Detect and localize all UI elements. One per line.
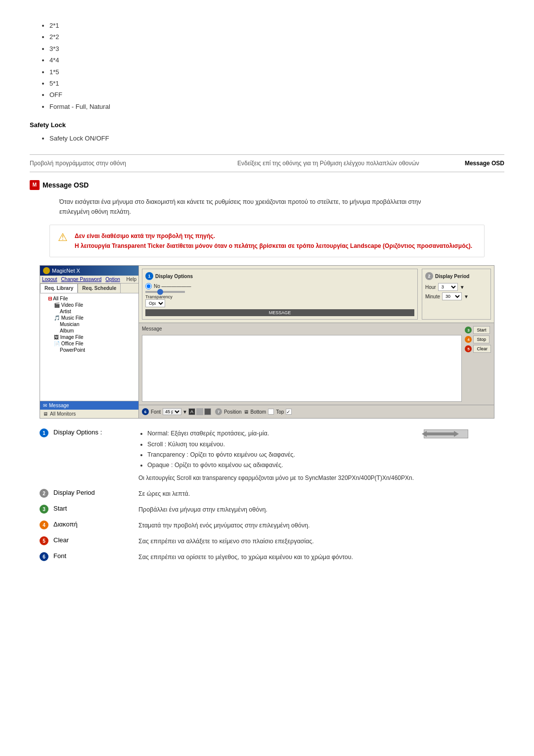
scroll-arrow-left (422, 431, 427, 437)
sc-message-label: Message (142, 326, 462, 331)
desc-label-text-1: Display Options : (53, 428, 102, 436)
list-item: 1*5 (49, 66, 504, 78)
sc-stop-button[interactable]: Stop (473, 335, 490, 343)
sc-transparency-slider[interactable] (145, 291, 185, 293)
sc-normal-label: No —————— (154, 284, 191, 289)
sc-top-label: Top (276, 409, 284, 415)
sc-font-section: 6 Font 45 pt ▼ A (142, 408, 211, 415)
desc-label-text-5: Clear (53, 536, 69, 544)
desc-label-text-2: Display Period (53, 489, 95, 496)
sc-circle-6: 6 (142, 408, 149, 415)
sc-display-options-tab: 1 Display Options (145, 272, 414, 280)
main-bullet-list: 2*1 2*2 3*3 4*4 1*5 5*1 OFF Format - Ful… (49, 20, 504, 112)
sc-opaque-select[interactable]: Opaque (145, 299, 165, 307)
sc-message-icon: ✉ (43, 403, 47, 408)
sc-circle-7: 7 (215, 408, 222, 415)
sc-clear-button[interactable]: Clear (473, 345, 491, 353)
sc-hour-label: Hour (425, 284, 436, 290)
msg-osd-title: Message OSD (43, 181, 89, 189)
sc-allmonitors-label: All Monitors (50, 411, 76, 417)
desc-content-1: Normal: Εξάγει σταθερές προτάσεις, μία-μ… (138, 428, 494, 483)
desc-content-6: Σας επιτρέπει να ορίσετε το μέγεθος, το … (138, 552, 494, 562)
sc-tree-artist[interactable]: Artist (42, 308, 136, 315)
sc-font-controls: 45 pt ▼ A (163, 408, 211, 415)
desc-circle-1: 1 (40, 428, 48, 437)
sc-hour-select[interactable]: 3 (438, 283, 458, 291)
sc-logout-btn[interactable]: Logout (42, 277, 57, 282)
scroll-illustration (424, 429, 468, 438)
desc-item-5: 5 Clear Σας επιτρέπει να αλλάξετε το κεί… (40, 536, 494, 546)
sc-tree-musicfile[interactable]: 🎵 Music File (42, 315, 136, 321)
safety-lock-heading: Safety Lock (30, 121, 504, 129)
sc-tree-video-icon: 🎬 (54, 302, 60, 308)
screenshot-area: MagicNet X Logout Change Password Option… (40, 265, 494, 419)
sc-right-panel: 1 Display Options No —————— Transparency… (139, 266, 494, 418)
sc-circle-3: 3 (465, 327, 472, 333)
sc-font-style-btn[interactable] (204, 408, 211, 415)
nav-col-middle: Ενδείξεις επί της οθόνης για τη Ρύθμιση … (237, 160, 445, 167)
sc-tree-imagefile[interactable]: 🖼 Image File (42, 334, 136, 340)
msg-osd-heading: M Message OSD (30, 180, 504, 190)
sc-tree-album[interactable]: Album (42, 328, 136, 334)
warning-box: ⚠ Δεν είναι διαθέσιμο κατά την προβολή τ… (49, 225, 485, 258)
sc-bgcolor-btn[interactable] (196, 408, 203, 415)
nav-col-right: Message OSD (445, 160, 504, 167)
sc-circle-4: 4 (465, 336, 472, 343)
sc-position-section: 7 Position 🖥 Bottom Top ✓ (215, 408, 292, 415)
sc-message-area: Message 3 Start 4 Stop 5 Clear (139, 323, 494, 405)
sc-tree-officefile[interactable]: 📄 Office File (42, 340, 136, 347)
desc-bullet-item: Trancparency : Ορίζει το φόντο κειμένου … (147, 450, 414, 460)
sc-tab-schedule[interactable]: Req. Schedule (78, 284, 121, 293)
sc-message-textbox[interactable] (142, 335, 462, 402)
list-item: 5*1 (49, 78, 504, 89)
sc-tree-videofile[interactable]: 🎬 Video File (42, 302, 136, 308)
sc-title-icon (43, 267, 50, 274)
desc-label-2: 2 Display Period (40, 489, 138, 498)
sc-bottom-label: Bottom (251, 409, 267, 415)
sc-tab-library[interactable]: Req. Library (40, 284, 78, 293)
desc-item-6: 6 Font Σας επιτρέπει να ορίσετε το μέγεθ… (40, 552, 494, 562)
desc-circle-2: 2 (40, 489, 48, 498)
desc-content-2: Σε ώρες και λεπτά. (138, 489, 494, 499)
sc-stop-row: 4 Stop (465, 335, 491, 343)
desc-circle-5: 5 (40, 536, 48, 545)
sc-bottom-checkbox[interactable] (268, 409, 274, 415)
desc-label-text-4: Διακοπή (53, 520, 78, 528)
scroll-bar-icon (424, 429, 468, 438)
sc-tree-allfile[interactable]: ⊟ All File (42, 295, 136, 302)
list-item: 3*3 (49, 43, 504, 54)
sc-start-button[interactable]: Start (473, 326, 490, 334)
list-item: OFF (49, 89, 504, 100)
sc-tree-powerpoint[interactable]: PowerPoint (42, 347, 136, 353)
sc-allmonitors-item[interactable]: 🖥 All Monitors (40, 410, 138, 418)
desc-label-5: 5 Clear (40, 536, 138, 545)
sc-left-bottom: ✉ Message 🖥 All Monitors (40, 401, 138, 418)
sc-font-label: Font (151, 409, 161, 415)
sc-action-buttons: 3 Start 4 Stop 5 Clear (465, 326, 491, 402)
sc-select-row: No —————— (145, 283, 414, 289)
desc-circle-3: 3 (40, 505, 48, 514)
sc-display-options-label: Display Options (155, 274, 193, 279)
sc-option-btn[interactable]: Option (105, 277, 120, 282)
sc-start-row: 3 Start (465, 326, 491, 334)
scroll-arrow-right (454, 431, 459, 437)
desc-content-3: Προβάλλει ένα μήνυμα στην επιλεγμένη οθό… (138, 505, 494, 515)
desc-bullets-1: Normal: Εξάγει σταθερές προτάσεις, μία-μ… (147, 428, 414, 471)
sc-message-item[interactable]: ✉ Message (40, 401, 138, 410)
sc-tree-image-icon: 🖼 (54, 334, 59, 340)
sc-normal-radio[interactable] (145, 283, 152, 289)
sc-minute-select[interactable]: 30 (442, 292, 462, 300)
scroll-indicator (427, 432, 454, 435)
warning-icon: ⚠ (58, 231, 68, 244)
sc-title-bar: MagicNet X (40, 266, 138, 276)
msg-osd-icon: M (30, 180, 40, 190)
nav-row: Προβολή προγράμματος στην οθόνη Ενδείξει… (30, 154, 504, 172)
sc-font-color-btn[interactable]: A (188, 408, 195, 415)
sc-dropdown-font-icon: ▼ (182, 409, 187, 415)
sc-top-checkbox[interactable]: ✓ (286, 409, 292, 415)
sc-change-password-btn[interactable]: Change Password (61, 277, 102, 282)
sc-tabs: Req. Library Req. Schedule (40, 284, 138, 293)
sc-tree-musician[interactable]: Musician (42, 321, 136, 328)
sc-fontsize-select[interactable]: 45 pt (163, 408, 181, 415)
desc-item-4: 4 Διακοπή Σταματά την προβολή ενός μηνύμ… (40, 520, 494, 530)
